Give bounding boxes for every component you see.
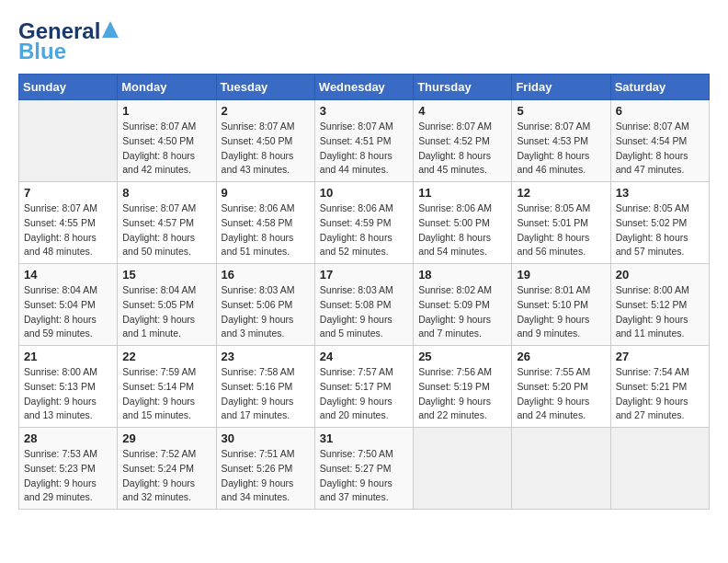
logo-blue: Blue — [18, 39, 66, 64]
day-number: 5 — [517, 104, 605, 118]
calendar-cell: 28Sunrise: 7:53 AMSunset: 5:23 PMDayligh… — [19, 428, 118, 510]
day-detail: Sunrise: 8:07 AMSunset: 4:50 PMDaylight:… — [122, 120, 210, 178]
day-detail: Sunrise: 8:03 AMSunset: 5:06 PMDaylight:… — [222, 283, 310, 341]
day-detail: Sunrise: 8:06 AMSunset: 4:58 PMDaylight:… — [222, 201, 310, 259]
calendar-cell — [19, 100, 118, 182]
weekday-header: Sunday — [19, 75, 118, 100]
day-number: 23 — [222, 350, 310, 363]
weekday-header-row: SundayMondayTuesdayWednesdayThursdayFrid… — [19, 75, 710, 100]
weekday-header: Friday — [512, 75, 610, 100]
day-number: 9 — [222, 186, 310, 200]
day-number: 21 — [24, 350, 112, 363]
day-number: 27 — [616, 350, 704, 363]
calendar-cell: 6Sunrise: 8:07 AMSunset: 4:54 PMDaylight… — [610, 100, 709, 182]
calendar-cell: 29Sunrise: 7:52 AMSunset: 5:24 PMDayligh… — [118, 428, 216, 510]
day-detail: Sunrise: 8:07 AMSunset: 4:52 PMDaylight:… — [418, 120, 506, 178]
calendar-cell: 27Sunrise: 7:54 AMSunset: 5:21 PMDayligh… — [610, 346, 709, 428]
calendar-cell: 14Sunrise: 8:04 AMSunset: 5:04 PMDayligh… — [19, 264, 118, 346]
day-number: 18 — [418, 268, 506, 282]
day-detail: Sunrise: 8:04 AMSunset: 5:04 PMDaylight:… — [24, 283, 112, 341]
day-detail: Sunrise: 8:02 AMSunset: 5:09 PMDaylight:… — [418, 283, 506, 341]
calendar-cell: 17Sunrise: 8:03 AMSunset: 5:08 PMDayligh… — [314, 264, 413, 346]
day-detail: Sunrise: 8:00 AMSunset: 5:12 PMDaylight:… — [616, 283, 704, 341]
day-detail: Sunrise: 7:54 AMSunset: 5:21 PMDaylight:… — [616, 365, 704, 423]
day-detail: Sunrise: 7:52 AMSunset: 5:24 PMDaylight:… — [122, 447, 210, 505]
day-detail: Sunrise: 8:07 AMSunset: 4:54 PMDaylight:… — [616, 120, 704, 178]
day-detail: Sunrise: 8:07 AMSunset: 4:51 PMDaylight:… — [320, 120, 408, 178]
calendar-cell: 13Sunrise: 8:05 AMSunset: 5:02 PMDayligh… — [610, 182, 709, 264]
weekday-header: Thursday — [414, 75, 512, 100]
calendar-cell: 2Sunrise: 8:07 AMSunset: 4:50 PMDaylight… — [216, 100, 314, 182]
day-number: 29 — [122, 431, 210, 445]
day-detail: Sunrise: 8:07 AMSunset: 4:53 PMDaylight:… — [517, 120, 605, 178]
calendar-week-row: 28Sunrise: 7:53 AMSunset: 5:23 PMDayligh… — [19, 428, 710, 510]
day-detail: Sunrise: 8:05 AMSunset: 5:01 PMDaylight:… — [517, 201, 605, 259]
day-number: 4 — [418, 104, 506, 118]
day-number: 19 — [517, 268, 605, 282]
calendar-cell: 8Sunrise: 8:07 AMSunset: 4:57 PMDaylight… — [118, 182, 216, 264]
day-number: 26 — [517, 350, 605, 363]
day-number: 24 — [320, 350, 408, 363]
calendar-cell: 7Sunrise: 8:07 AMSunset: 4:55 PMDaylight… — [19, 182, 118, 264]
weekday-header: Monday — [118, 75, 216, 100]
calendar-cell: 24Sunrise: 7:57 AMSunset: 5:17 PMDayligh… — [314, 346, 413, 428]
day-detail: Sunrise: 7:55 AMSunset: 5:20 PMDaylight:… — [517, 365, 605, 423]
calendar-cell — [414, 428, 512, 510]
day-number: 28 — [24, 431, 112, 445]
day-number: 11 — [418, 186, 506, 200]
calendar-cell: 20Sunrise: 8:00 AMSunset: 5:12 PMDayligh… — [610, 264, 709, 346]
day-detail: Sunrise: 7:59 AMSunset: 5:14 PMDaylight:… — [122, 365, 210, 423]
day-detail: Sunrise: 8:00 AMSunset: 5:13 PMDaylight:… — [24, 365, 112, 423]
calendar-week-row: 14Sunrise: 8:04 AMSunset: 5:04 PMDayligh… — [19, 264, 710, 346]
weekday-header: Wednesday — [314, 75, 413, 100]
day-number: 17 — [320, 268, 408, 282]
calendar-cell: 23Sunrise: 7:58 AMSunset: 5:16 PMDayligh… — [216, 346, 314, 428]
calendar-cell: 12Sunrise: 8:05 AMSunset: 5:01 PMDayligh… — [512, 182, 610, 264]
day-detail: Sunrise: 8:04 AMSunset: 5:05 PMDaylight:… — [122, 283, 210, 341]
day-detail: Sunrise: 8:07 AMSunset: 4:55 PMDaylight:… — [24, 201, 112, 259]
day-detail: Sunrise: 8:06 AMSunset: 4:59 PMDaylight:… — [320, 201, 408, 259]
day-detail: Sunrise: 7:50 AMSunset: 5:27 PMDaylight:… — [320, 447, 408, 505]
day-number: 14 — [24, 268, 112, 282]
calendar-cell: 21Sunrise: 8:00 AMSunset: 5:13 PMDayligh… — [19, 346, 118, 428]
day-detail: Sunrise: 7:53 AMSunset: 5:23 PMDaylight:… — [24, 447, 112, 505]
day-number: 7 — [24, 186, 112, 200]
calendar-cell: 15Sunrise: 8:04 AMSunset: 5:05 PMDayligh… — [118, 264, 216, 346]
calendar-cell: 11Sunrise: 8:06 AMSunset: 5:00 PMDayligh… — [414, 182, 512, 264]
calendar-week-row: 21Sunrise: 8:00 AMSunset: 5:13 PMDayligh… — [19, 346, 710, 428]
calendar-cell: 30Sunrise: 7:51 AMSunset: 5:26 PMDayligh… — [216, 428, 314, 510]
day-detail: Sunrise: 8:06 AMSunset: 5:00 PMDaylight:… — [418, 201, 506, 259]
day-number: 22 — [122, 350, 210, 363]
calendar-cell: 16Sunrise: 8:03 AMSunset: 5:06 PMDayligh… — [216, 264, 314, 346]
calendar-cell: 18Sunrise: 8:02 AMSunset: 5:09 PMDayligh… — [414, 264, 512, 346]
logo-triangle-icon — [102, 21, 119, 38]
day-detail: Sunrise: 8:05 AMSunset: 5:02 PMDaylight:… — [616, 201, 704, 259]
calendar-cell: 22Sunrise: 7:59 AMSunset: 5:14 PMDayligh… — [118, 346, 216, 428]
day-number: 12 — [517, 186, 605, 200]
logo: General Blue — [18, 18, 119, 64]
day-detail: Sunrise: 7:58 AMSunset: 5:16 PMDaylight:… — [222, 365, 310, 423]
day-number: 1 — [122, 104, 210, 118]
calendar-cell: 4Sunrise: 8:07 AMSunset: 4:52 PMDaylight… — [414, 100, 512, 182]
day-number: 10 — [320, 186, 408, 200]
calendar-cell — [610, 428, 709, 510]
day-number: 6 — [616, 104, 704, 118]
calendar-cell: 19Sunrise: 8:01 AMSunset: 5:10 PMDayligh… — [512, 264, 610, 346]
day-detail: Sunrise: 7:56 AMSunset: 5:19 PMDaylight:… — [418, 365, 506, 423]
day-detail: Sunrise: 8:01 AMSunset: 5:10 PMDaylight:… — [517, 283, 605, 341]
day-detail: Sunrise: 7:51 AMSunset: 5:26 PMDaylight:… — [222, 447, 310, 505]
calendar-cell: 5Sunrise: 8:07 AMSunset: 4:53 PMDaylight… — [512, 100, 610, 182]
day-detail: Sunrise: 7:57 AMSunset: 5:17 PMDaylight:… — [320, 365, 408, 423]
calendar-cell: 3Sunrise: 8:07 AMSunset: 4:51 PMDaylight… — [314, 100, 413, 182]
day-detail: Sunrise: 8:03 AMSunset: 5:08 PMDaylight:… — [320, 283, 408, 341]
day-number: 13 — [616, 186, 704, 200]
calendar-cell — [512, 428, 610, 510]
weekday-header: Saturday — [610, 75, 709, 100]
svg-marker-0 — [102, 21, 119, 38]
day-detail: Sunrise: 8:07 AMSunset: 4:57 PMDaylight:… — [122, 201, 210, 259]
page-header: General Blue — [18, 18, 710, 64]
calendar-week-row: 7Sunrise: 8:07 AMSunset: 4:55 PMDaylight… — [19, 182, 710, 264]
calendar-cell: 31Sunrise: 7:50 AMSunset: 5:27 PMDayligh… — [314, 428, 413, 510]
day-number: 30 — [222, 431, 310, 445]
calendar-cell: 10Sunrise: 8:06 AMSunset: 4:59 PMDayligh… — [314, 182, 413, 264]
